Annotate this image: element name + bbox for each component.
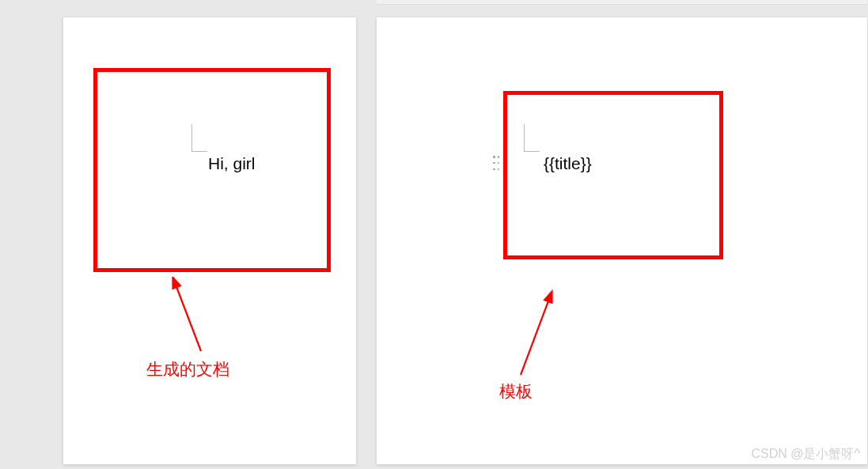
top-divider xyxy=(377,0,867,5)
watermark-text: CSDN @是小蟹呀^ xyxy=(751,446,860,463)
annotation-box-right xyxy=(503,91,723,259)
drag-handle-icon[interactable] xyxy=(493,156,499,170)
left-document-text: Hi, girl xyxy=(208,154,256,173)
annotation-label-left: 生成的文档 xyxy=(146,358,229,380)
annotation-label-right: 模板 xyxy=(499,380,533,403)
right-document-text: {{title}} xyxy=(544,154,592,173)
